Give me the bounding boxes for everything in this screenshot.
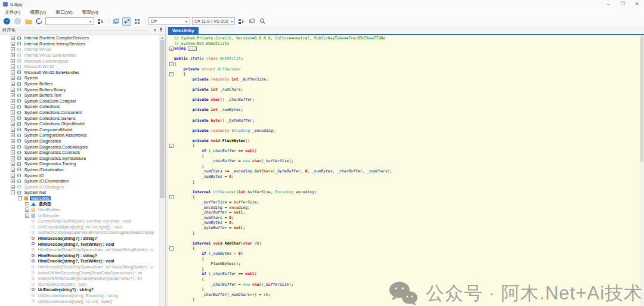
fold-collapse-icon[interactable]: - bbox=[169, 62, 174, 66]
menu-view[interactable]: 视图(V) bbox=[25, 8, 51, 16]
tree-item[interactable]: +{}Internal.Runtime.CompilerServices bbox=[0, 35, 159, 41]
tree-item[interactable]: ⚙GetEncodedBytes(byte[], int, int, byte[… bbox=[0, 224, 159, 230]
expand-expander-icon[interactable]: + bbox=[11, 53, 15, 57]
tree-item[interactable]: +{}System.IO bbox=[0, 172, 159, 178]
tree-item[interactable]: +{}System.Collections.Generic bbox=[0, 115, 159, 121]
expand-expander-icon[interactable]: + bbox=[11, 82, 15, 86]
expand-expander-icon[interactable]: + bbox=[11, 64, 15, 69]
expand-expander-icon[interactable]: + bbox=[11, 116, 15, 120]
expand-expander-icon[interactable]: + bbox=[11, 122, 15, 126]
tree-item[interactable]: ⚙IsUrlSafeChar(char) : bool bbox=[0, 282, 159, 288]
tree-item[interactable]: +{}System.Configuration.Assemblies bbox=[0, 132, 159, 138]
tree-item[interactable]: +HtmlEntities bbox=[0, 207, 159, 213]
panel-menu-chevron-icon[interactable]: ▼ bbox=[153, 29, 157, 32]
expand-expander-icon[interactable]: + bbox=[11, 145, 15, 149]
collapse-expander-icon[interactable]: - bbox=[11, 190, 15, 194]
duplicate-window-button[interactable] bbox=[112, 17, 120, 26]
expand-expander-icon[interactable]: + bbox=[11, 93, 15, 97]
expand-expander-icon[interactable]: + bbox=[11, 139, 15, 143]
expand-expander-icon[interactable]: + bbox=[11, 185, 15, 189]
expand-expander-icon[interactable]: + bbox=[25, 202, 29, 206]
tree-item[interactable]: +{}System.Buffers.Binary bbox=[0, 86, 159, 92]
code-scrollbar[interactable] bbox=[640, 35, 644, 306]
fold-collapse-icon[interactable]: - bbox=[169, 195, 174, 199]
menu-window[interactable]: 窗口(W) bbox=[51, 8, 78, 16]
refresh-button[interactable] bbox=[35, 17, 44, 26]
expand-expander-icon[interactable]: + bbox=[11, 168, 15, 172]
expand-expander-icon[interactable]: + bbox=[11, 47, 15, 51]
expand-expander-icon[interactable]: + bbox=[11, 150, 15, 154]
tree-item[interactable]: +{}System.Collections.Concurrent bbox=[0, 110, 159, 116]
expand-expander-icon[interactable]: + bbox=[11, 110, 15, 115]
expand-expander-icon[interactable]: + bbox=[25, 208, 29, 212]
code-scrollbar-thumb[interactable] bbox=[640, 36, 643, 162]
tree-item[interactable]: +{}System.Collections bbox=[0, 104, 159, 110]
show-internal-api-toggle[interactable] bbox=[122, 17, 131, 26]
expand-expander-icon[interactable]: + bbox=[11, 128, 15, 132]
language-version-combobox[interactable]: C# 11.0 / VS 202 ▼ bbox=[192, 17, 235, 25]
tree-item[interactable]: ⚙GetNextUnicodeScalarValueFromUtf16Surro… bbox=[0, 230, 159, 236]
tree-item[interactable]: +{}Microsoft.Win32 bbox=[0, 64, 159, 70]
tree-item[interactable]: +{}Internal.Runtime.InteropServices bbox=[0, 41, 159, 47]
tree-scrollbar-thumb[interactable] bbox=[160, 40, 165, 198]
expand-expander-icon[interactable]: + bbox=[25, 214, 29, 218]
back-button[interactable]: ‹ bbox=[2, 17, 11, 26]
expand-expander-icon[interactable]: + bbox=[11, 174, 15, 178]
member-order-button[interactable] bbox=[133, 17, 142, 26]
tree-item[interactable]: +{}System.Globalization bbox=[0, 167, 159, 173]
pin-icon[interactable] bbox=[159, 27, 163, 33]
tree-item[interactable]: +基类型 bbox=[0, 201, 159, 207]
tree-item[interactable]: +{}Internal.Win32 bbox=[0, 47, 159, 52]
menu-help[interactable]: 帮助(H) bbox=[78, 8, 103, 16]
tree-item[interactable]: +{}System.Diagnostics bbox=[0, 138, 159, 144]
expand-expander-icon[interactable]: + bbox=[11, 36, 15, 40]
panel-drag-handle[interactable] bbox=[20, 29, 148, 32]
tree-item[interactable]: ⚙HtmlDecode(ReadOnlySpan<char>, ref Valu… bbox=[0, 247, 159, 253]
tree-item[interactable]: +{}System.Buffers bbox=[0, 81, 159, 87]
open-file-button[interactable] bbox=[24, 17, 33, 26]
tree-item[interactable]: +{}System.IO.Strategies bbox=[0, 184, 159, 190]
tree-item[interactable]: +{}System.Diagnostics.SymbolStore bbox=[0, 155, 159, 161]
minimize-button[interactable]: – bbox=[601, 0, 615, 8]
fold-collapse-icon[interactable]: - bbox=[169, 144, 174, 148]
decompiled-code-view[interactable]: // System.Private.CoreLib, Version=6.0.0… bbox=[168, 35, 640, 306]
sort-members-button[interactable] bbox=[237, 17, 246, 26]
tree-item[interactable]: +{}System bbox=[0, 75, 159, 81]
close-button[interactable]: ✕ bbox=[630, 0, 644, 8]
tree-item[interactable]: +{}Internal.Win32.SafeHandles bbox=[0, 52, 159, 58]
tree-item[interactable]: -WebUtility bbox=[0, 196, 159, 202]
tree-item[interactable]: ⚙HtmlEncode(string?, TextWriter) : void bbox=[0, 258, 159, 264]
tree-item[interactable]: +{}System.Collections.ObjectModel bbox=[0, 121, 159, 127]
forward-button[interactable]: › bbox=[13, 17, 22, 26]
tree-item[interactable]: ⚙HtmlDecode(string?) : string? bbox=[0, 236, 159, 242]
tree-item[interactable]: ⚙HtmlEncode(ReadOnlySpan<char>, ref Valu… bbox=[0, 264, 159, 270]
tree-item[interactable]: +{}Microsoft.CodeAnalysis bbox=[0, 58, 159, 64]
expand-expander-icon[interactable]: + bbox=[11, 133, 15, 137]
tree-item[interactable]: +{}System.Diagnostics.Contracts bbox=[0, 150, 159, 156]
expand-expander-icon[interactable]: + bbox=[11, 162, 15, 166]
new-window-button[interactable] bbox=[247, 17, 256, 26]
expand-expander-icon[interactable]: + bbox=[11, 42, 15, 46]
tree-item[interactable]: +{}System.Diagnostics.Tracing bbox=[0, 161, 159, 167]
tree-item[interactable]: +{}System.Diagnostics.CodeAnalysis bbox=[0, 144, 159, 150]
expand-expander-icon[interactable]: + bbox=[11, 156, 15, 160]
expand-expander-icon[interactable]: + bbox=[11, 59, 15, 63]
tree-scrollbar[interactable]: ▲ bbox=[159, 35, 165, 306]
expand-expander-icon[interactable]: + bbox=[11, 99, 15, 103]
expand-expander-icon[interactable]: + bbox=[11, 70, 15, 75]
scroll-up-arrow-icon[interactable]: ▲ bbox=[159, 35, 165, 40]
tab-webutility[interactable]: WebUtility bbox=[168, 27, 199, 34]
collapse-expander-icon[interactable]: - bbox=[18, 196, 22, 200]
expand-expander-icon[interactable]: + bbox=[11, 76, 15, 80]
sort-assemblies-button[interactable] bbox=[96, 17, 105, 26]
fold-collapse-icon[interactable]: - bbox=[169, 246, 174, 251]
expand-expander-icon[interactable]: + bbox=[11, 179, 15, 183]
maximize-button[interactable]: ❐ bbox=[615, 0, 630, 8]
tree-item[interactable]: +{}System.CodeDom.Compiler bbox=[0, 98, 159, 104]
tree-item[interactable]: +UrlDecoder bbox=[0, 212, 159, 218]
tree-item[interactable]: +{}System.IO.Enumeration bbox=[0, 178, 159, 184]
tree-item[interactable]: ⚙IndexOfHtmlDecodingChars(ReadOnlySpan<c… bbox=[0, 270, 159, 276]
tree-item[interactable]: ⚙UrlDecodeInternal(string, Encoding) : s… bbox=[0, 293, 159, 299]
tree-item[interactable]: ⚙IndexOfHtmlEncodingChars(ReadOnlySpan<c… bbox=[0, 276, 159, 282]
fold-expand-icon[interactable]: + bbox=[169, 47, 174, 51]
